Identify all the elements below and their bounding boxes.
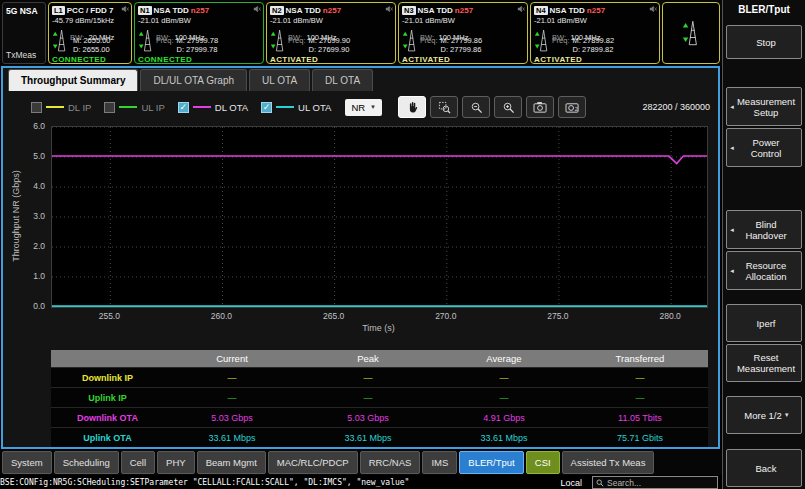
softkey-button[interactable]: More 1/2 ▼ — [726, 396, 802, 434]
cell-transferred: 11.05 Tbits — [572, 413, 708, 423]
category-tab[interactable]: IMS — [422, 451, 457, 474]
x-tick-label: 280.0 — [659, 311, 680, 321]
cell-power-level: -21.01 dBm/BW — [270, 16, 392, 26]
row-label: Downlink OTA — [51, 413, 164, 423]
status-bar-right: Local Search... — [560, 476, 722, 489]
capture-button-1[interactable] — [526, 96, 554, 118]
freq-value-1: M: 2655.00 — [73, 36, 111, 45]
mute-icon — [121, 5, 129, 13]
softkey-button[interactable]: Reset Measurement — [726, 344, 802, 382]
category-tab[interactable]: Assisted Tx Meas — [562, 451, 655, 474]
cell-panel[interactable]: N1 NSA TDD n257 -21.01 dBm/BW — [134, 2, 264, 64]
category-tab-label: RRC/NAS — [369, 457, 412, 468]
zoom-area-button[interactable] — [430, 96, 458, 118]
series-color-swatch — [276, 106, 294, 108]
zoom-in-icon — [502, 101, 515, 114]
zoom-in-button[interactable] — [494, 96, 522, 118]
series-toggle[interactable]: UL IP — [104, 102, 164, 113]
series-toggle[interactable]: DL OTA — [178, 102, 248, 113]
local-button[interactable]: Local — [560, 478, 582, 488]
cell-average: — — [436, 393, 572, 403]
view-tab[interactable]: DL/UL OTA Graph — [140, 69, 247, 91]
softkey-button[interactable]: ◄ Measurement Setup — [726, 87, 802, 126]
cell-panel[interactable]: L1 PCC / FDD 7 -45.79 dBm/15kHz — [48, 2, 132, 64]
series-checkbox[interactable] — [31, 102, 42, 113]
cell-transferred: — — [572, 393, 708, 403]
softkey-label: Iperf — [756, 318, 775, 329]
cell-panel[interactable]: N2 NSA TDD n257 -21.01 dBm/BW — [266, 2, 396, 64]
category-tab[interactable]: Cell — [121, 451, 155, 474]
series-color-swatch — [46, 106, 64, 108]
cell-current: 33.61 Mbps — [164, 433, 300, 443]
view-tab[interactable]: UL OTA — [249, 69, 310, 91]
mute-icon — [385, 5, 393, 13]
series-checkbox[interactable] — [104, 102, 115, 113]
series-toggle[interactable]: UL OTA — [261, 102, 331, 113]
cell-band: n257 — [191, 6, 209, 15]
cell-panel[interactable]: N4 NSA TDD n257 -21.01 dBm/BW — [530, 2, 660, 64]
series-label: UL IP — [141, 102, 164, 113]
hand-icon — [406, 101, 419, 114]
category-tab[interactable]: MAC/RLC/PDCP — [268, 451, 358, 474]
view-tab[interactable]: Throughput Summary — [8, 69, 138, 91]
x-tick-label: 270.0 — [435, 311, 456, 321]
category-tab-label: Cell — [130, 457, 146, 468]
softkey-button[interactable]: ◄ Power Control — [726, 128, 802, 167]
search-icon — [596, 479, 604, 487]
category-tab[interactable]: PHY — [157, 451, 195, 474]
cell-badge: N3 — [402, 6, 416, 15]
softkey-button[interactable]: ◄ Resource Allocation — [726, 251, 802, 290]
cell-current: — — [164, 373, 300, 383]
cell-power-level: -21.01 dBm/BW — [402, 16, 524, 26]
category-tab-label: IMS — [431, 457, 448, 468]
y-tick-label: 5.0 — [3, 151, 45, 161]
cell-band: n257 — [587, 6, 605, 15]
softkey-button[interactable]: Back — [726, 449, 802, 487]
cell-status: ACTIVATED — [402, 55, 524, 64]
more-caret-icon: ▼ — [784, 410, 790, 421]
mute-icon — [517, 5, 525, 13]
view-tab[interactable]: DL OTA — [312, 69, 373, 91]
sidebar-title: BLER/Tput — [723, 4, 805, 15]
softkey-button[interactable]: Iperf — [726, 304, 802, 342]
category-tab[interactable]: Scheduling — [54, 451, 119, 474]
zoom-out-button[interactable] — [462, 96, 490, 118]
cell-peak: — — [300, 393, 436, 403]
x-tick-label: 265.0 — [323, 311, 344, 321]
softkey-label: Blind Handover — [736, 219, 796, 241]
softkey-button[interactable]: Stop — [726, 25, 802, 59]
series-color-swatch — [119, 106, 137, 108]
table-row: Downlink IP — — — — — [51, 367, 708, 387]
plot-area[interactable] — [51, 126, 708, 308]
table-header-cell: Current — [164, 353, 300, 364]
y-tick-label: 6.0 — [3, 121, 45, 131]
cell-body: BW: 100 MHz Freq: M: 27999.78 D: 27999.7… — [138, 26, 260, 55]
cell-info-rows: BW: 100 MHz Freq: M: 27999.78 D: 27999.7… — [156, 26, 260, 54]
cell-power-level: -45.79 dBm/15kHz — [52, 16, 128, 26]
category-tab[interactable]: RRC/NAS — [360, 451, 421, 474]
softkey-button[interactable]: ◄ Blind Handover — [726, 210, 802, 249]
capture-button-2[interactable]: 2 — [558, 96, 586, 118]
cell-panel-partial[interactable] — [662, 2, 720, 64]
series-checkbox[interactable] — [261, 102, 272, 113]
softkey-label: Reset Measurement — [736, 352, 796, 374]
search-box[interactable]: Search... — [592, 476, 718, 489]
table-header-cell: Transferred — [572, 353, 708, 364]
category-tab[interactable]: CSI — [526, 451, 560, 474]
category-tab[interactable]: BLER/Tput — [459, 451, 523, 474]
category-tab-label: Scheduling — [63, 457, 110, 468]
series-checkbox[interactable] — [178, 102, 189, 113]
cell-average: 4.91 Gbps — [436, 413, 572, 423]
tech-dropdown-value: NR — [351, 102, 365, 113]
cell-status: CONNECTED — [138, 55, 260, 64]
freq-value-2: D: 27899.82 — [573, 45, 615, 54]
freq-value-1: M: 27799.86 — [441, 36, 483, 45]
tech-dropdown[interactable]: NR ▼ — [345, 99, 382, 116]
cell-panel[interactable]: N3 NSA TDD n257 -21.01 dBm/BW — [398, 2, 528, 64]
category-tab[interactable]: Beam Mgmt — [197, 451, 266, 474]
series-toggle[interactable]: DL IP — [31, 102, 91, 113]
cell-body: BW: 100 MHz Freq: M: 27699.90 D: 27699.9… — [270, 26, 392, 55]
category-tab[interactable]: System — [2, 451, 52, 474]
antenna-tower-icon — [52, 27, 68, 54]
pan-tool-button[interactable] — [398, 96, 426, 118]
